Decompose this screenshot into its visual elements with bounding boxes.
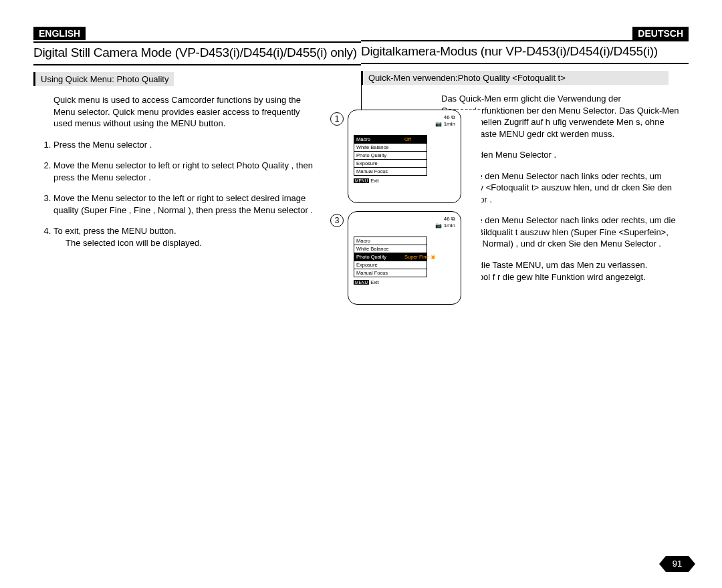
figure-number-icon: 1 bbox=[330, 112, 344, 126]
intro-text-english: Quick menu is used to access Camcorder f… bbox=[53, 94, 361, 130]
quick-menu: Macro White Balance Photo Quality Super … bbox=[354, 237, 427, 277]
lcd-screen: 46 ⧉ 📷 1min Macro Off White Balance Phot… bbox=[348, 110, 461, 203]
menu-item: White Balance bbox=[354, 245, 427, 253]
step-item: To exit, press the MENU button. The sele… bbox=[53, 225, 314, 249]
step-note: The selected icon will be displayed. bbox=[66, 237, 314, 249]
step-item: Move the Menu selector to left or right … bbox=[53, 160, 314, 183]
steps-list-english: Press the Menu selector . Move the Menu … bbox=[33, 139, 361, 249]
menu-exit: MENUExit bbox=[354, 279, 455, 285]
menu-item: Exposure bbox=[354, 160, 427, 168]
title-row-right: Digitalkamera-Modus (nur VP-D453(i)/D454… bbox=[361, 40, 689, 64]
figure-1: 1 46 ⧉ 📷 1min Macro Off White Balance Ph… bbox=[348, 110, 481, 203]
lcd-screen: 46 ⧉ 📷 1min Macro White Balance Photo Qu… bbox=[348, 211, 461, 305]
lcd-figures: 1 46 ⧉ 📷 1min Macro Off White Balance Ph… bbox=[348, 110, 481, 313]
page-title-deutsch: Digitalkamera-Modus (nur VP-D453(i)/D454… bbox=[361, 44, 658, 58]
section-heading-deutsch: Quick-Men verwenden:Photo Quality <Fotoq… bbox=[361, 71, 669, 85]
title-row-left: Digital Still Camera Mode (VP-D453(i)/D4… bbox=[33, 41, 361, 65]
lcd-status: 46 ⧉ 📷 1min bbox=[354, 216, 455, 230]
step-item: Press the Menu selector . bbox=[53, 139, 314, 151]
menu-item-selected: Macro Off bbox=[354, 135, 427, 144]
figure-3: 3 46 ⧉ 📷 1min Macro White Balance Photo … bbox=[348, 211, 481, 305]
figure-number-icon: 3 bbox=[330, 214, 344, 227]
english-column: ENGLISH Digital Still Camera Mode (VP-D4… bbox=[33, 27, 361, 292]
page-number: 91 bbox=[666, 556, 689, 572]
menu-exit: MENUExit bbox=[354, 178, 455, 184]
menu-item: Macro bbox=[354, 237, 427, 245]
menu-item: Photo Quality bbox=[354, 152, 427, 160]
section-heading-english: Using Quick Menu: Photo Quality bbox=[33, 72, 174, 86]
menu-item-selected: Photo Quality Super Fine ▣ bbox=[354, 253, 427, 261]
lang-tag-deutsch: DEUTSCH bbox=[632, 27, 689, 40]
menu-item: Exposure bbox=[354, 261, 427, 269]
menu-item: White Balance bbox=[354, 144, 427, 152]
quick-menu: Macro Off White Balance Photo Quality Ex… bbox=[354, 135, 427, 176]
page-title-english: Digital Still Camera Mode (VP-D453(i)/D4… bbox=[33, 45, 357, 59]
step-item: Move the Menu selector to the left or ri… bbox=[53, 192, 314, 216]
menu-item: Manual Focus bbox=[354, 168, 427, 176]
lang-tag-english: ENGLISH bbox=[33, 27, 86, 40]
lcd-status: 46 ⧉ 📷 1min bbox=[354, 114, 455, 128]
menu-item: Manual Focus bbox=[354, 269, 427, 277]
